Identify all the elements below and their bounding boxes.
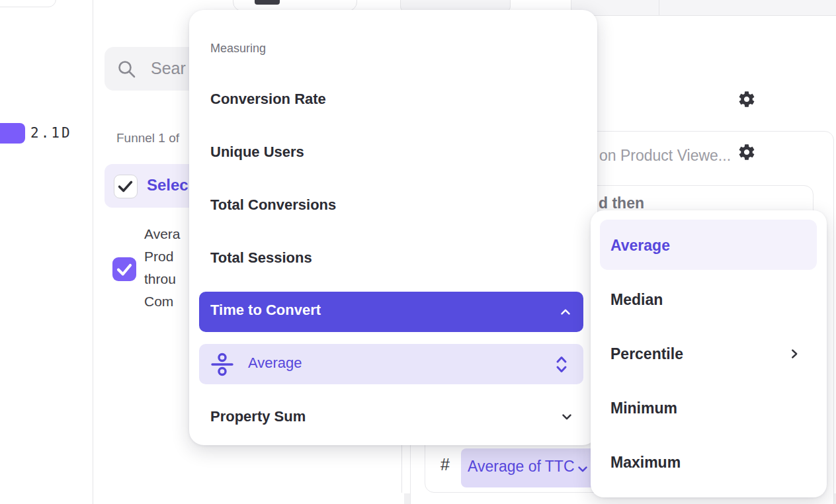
left-divider-line — [93, 0, 93, 504]
menu-item-conversion-rate[interactable]: Conversion Rate — [210, 89, 326, 109]
time-to-convert-label: Time to Convert — [210, 302, 321, 319]
submenu-item-maximum[interactable]: Maximum — [610, 452, 681, 472]
menu-item-total-conversions[interactable]: Total Conversions — [210, 195, 336, 215]
top-toolbar-segment-right[interactable] — [659, 0, 836, 16]
gear-icon[interactable] — [737, 90, 756, 108]
average-divide-icon — [210, 353, 234, 376]
check-icon — [112, 257, 136, 281]
menu-item-time-to-convert[interactable]: Time to Convert — [199, 292, 583, 332]
submenu-item-minimum[interactable]: Minimum — [610, 398, 677, 418]
average-aggregation-label: Average — [248, 355, 302, 372]
search-placeholder: Sear — [151, 59, 186, 78]
event-step-label[interactable]: on Product Viewe... — [599, 147, 731, 165]
menu-item-property-sum[interactable]: Property Sum — [210, 407, 306, 427]
submenu-item-median[interactable]: Median — [610, 290, 663, 310]
funnel-step-label: Funnel 1 of — [116, 131, 179, 146]
average-of-ttc-label: Average of TTC — [468, 458, 575, 476]
then-label: d then — [599, 194, 644, 212]
gear-icon[interactable] — [737, 143, 756, 161]
selected-row-label: Selec — [147, 176, 188, 194]
submenu-item-average-label[interactable]: Average — [610, 235, 670, 255]
toolbar-button-glyph — [255, 0, 280, 5]
chevron-down-icon[interactable] — [560, 409, 574, 424]
duration-value: 2.1D — [30, 125, 72, 141]
menu-header: Measuring — [210, 42, 266, 56]
chevron-up-icon — [558, 305, 573, 319]
funnel-row-checkbox[interactable] — [114, 175, 138, 198]
top-left-card-corner — [0, 0, 56, 7]
check-icon — [114, 175, 136, 197]
aggregation-submenu: Average Median Percentile Minimum Maximu… — [591, 210, 827, 497]
app-canvas: Sear 2.1D Funnel 1 of Selec Avera Prod t… — [0, 0, 836, 504]
menu-item-unique-users[interactable]: Unique Users — [210, 142, 304, 162]
search-icon — [116, 59, 138, 80]
chevron-up-down-icon — [554, 354, 569, 375]
number-type-symbol: # — [440, 455, 450, 474]
menu-item-total-sessions[interactable]: Total Sessions — [210, 248, 312, 268]
chevron-right-icon — [787, 347, 802, 361]
chevron-down-icon — [575, 462, 590, 476]
submenu-item-percentile[interactable]: Percentile — [610, 344, 683, 364]
measuring-dropdown-menu: Measuring Conversion Rate Unique Users T… — [189, 10, 597, 445]
menu-item-average-aggregation[interactable]: Average — [199, 344, 583, 384]
metric-checkbox[interactable] — [112, 257, 136, 281]
duration-color-badge[interactable] — [0, 123, 25, 144]
